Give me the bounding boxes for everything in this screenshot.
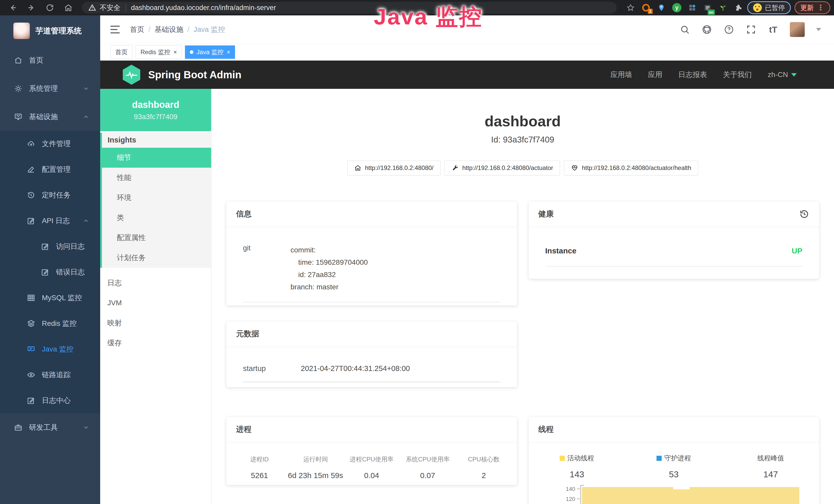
- sba-sidebar: dashboard 93a3fc7f7409 Insights 细节 性能 环境…: [100, 89, 212, 504]
- font-size-icon[interactable]: tT: [768, 24, 778, 35]
- sidebar-item-scheduled-jobs[interactable]: 定时任务: [0, 182, 100, 208]
- metadata-value: 2021-04-27T00:44:31.254+08:00: [301, 364, 410, 373]
- sba-main-content: dashboard Id: 93a3fc7f7409 http://192.16…: [212, 89, 834, 504]
- actuator-url-button[interactable]: http://192.168.0.2:48080/actuator: [445, 160, 560, 175]
- user-avatar[interactable]: [790, 22, 805, 37]
- health-url-button[interactable]: http://192.168.0.2:48080/actuator/health: [564, 160, 698, 175]
- cpu-cores: CPU核心数 2: [456, 455, 512, 480]
- fullscreen-icon[interactable]: [746, 24, 756, 35]
- edit-square-icon: [41, 268, 49, 276]
- sba-navbar: Spring Boot Admin 应用墙 应用 日志报表 关于我们 zh-CN: [100, 61, 834, 89]
- process-uptime: 运行时间 6d 23h 15m 59s: [287, 455, 344, 480]
- sba-instance-header[interactable]: dashboard 93a3fc7f7409: [100, 89, 211, 131]
- sba-item-config-props[interactable]: 配置属性: [102, 228, 211, 248]
- tags-view-bar: 首页 Redis 监控 × Java 监控 ×: [100, 44, 834, 61]
- sba-item-classes[interactable]: 类: [102, 208, 211, 228]
- forward-icon[interactable]: [26, 2, 37, 13]
- puzzle-extensions-icon[interactable]: [734, 3, 743, 12]
- app-title: 芋道管理系统: [36, 26, 82, 36]
- process-card-title: 进程: [226, 417, 517, 442]
- avatar-caret-icon[interactable]: [816, 28, 821, 31]
- sba-logo-icon[interactable]: [122, 65, 141, 85]
- sidebar-item-access-logs[interactable]: 访问日志: [0, 234, 100, 259]
- breadcrumb-home[interactable]: 首页: [130, 25, 144, 35]
- sba-item-scheduled-tasks[interactable]: 计划任务: [102, 248, 211, 268]
- health-instance-label: Instance: [545, 247, 577, 255]
- sba-nav-journal[interactable]: 日志报表: [678, 70, 707, 79]
- search-icon[interactable]: [679, 24, 690, 35]
- sidebar-item-infrastructure[interactable]: 基础设施: [0, 103, 100, 131]
- sidebar-item-config-management[interactable]: 配置管理: [0, 157, 100, 182]
- back-icon[interactable]: [7, 2, 19, 13]
- sidebar-item-api-logs[interactable]: API 日志: [0, 208, 100, 234]
- list-extension-icon[interactable]: on: [703, 3, 712, 12]
- sba-instance-id: 93a3fc7f7409: [134, 113, 177, 121]
- github-icon[interactable]: [701, 24, 712, 35]
- health-card: 健康 Instance UP: [529, 202, 819, 279]
- sba-root-items: 日志 JVM 映射 缓存: [100, 273, 211, 353]
- chrome-update-button[interactable]: 更新 ⋮: [794, 1, 830, 14]
- sba-brand-title[interactable]: Spring Boot Admin: [148, 69, 241, 81]
- address-bar[interactable]: 不安全 dashboard.yudao.iocoder.cn/infra/adm…: [82, 2, 617, 14]
- sba-locale-select[interactable]: zh-CN: [768, 71, 797, 79]
- sba-item-environment[interactable]: 环境: [102, 188, 211, 208]
- hamburger-icon[interactable]: [110, 26, 120, 33]
- sba-nav-about[interactable]: 关于我们: [723, 70, 752, 79]
- sba-item-details[interactable]: 细节: [100, 147, 211, 168]
- edit-icon: [27, 165, 35, 174]
- chevron-down-icon: [83, 424, 89, 431]
- service-url-button[interactable]: http://192.168.0.2:48080/: [347, 160, 440, 175]
- live-threads-value: 143: [529, 469, 626, 479]
- sba-nav-wallboard[interactable]: 应用墙: [611, 70, 632, 79]
- sidebar-item-home[interactable]: 首页: [0, 46, 100, 74]
- sba-item-metrics[interactable]: 性能: [102, 168, 211, 188]
- security-label[interactable]: 不安全: [100, 3, 120, 12]
- history-icon: [27, 191, 35, 199]
- sidebar-item-log-center[interactable]: 日志中心: [0, 388, 100, 413]
- sba-section-insights: Insights: [102, 133, 211, 147]
- breadcrumb-infrastructure[interactable]: 基础设施: [155, 25, 183, 35]
- pin-extension-icon[interactable]: [657, 3, 666, 12]
- sidebar-item-java-monitor[interactable]: Java 监控: [0, 336, 100, 362]
- sidebar-item-dev-tools[interactable]: 研发工具: [0, 413, 100, 442]
- tab-home[interactable]: 首页: [110, 45, 133, 59]
- grid-extension-icon[interactable]: [687, 3, 697, 12]
- tab-java-monitor[interactable]: Java 监控 ×: [185, 45, 235, 59]
- sprout-extension-icon[interactable]: [719, 3, 728, 12]
- threads-card: 线程 活动线程 143 守护进程 53: [529, 417, 819, 504]
- reload-icon[interactable]: [44, 2, 56, 13]
- sba-item-caches[interactable]: 缓存: [100, 333, 211, 353]
- profile-paused-badge[interactable]: 已暂停: [747, 1, 791, 14]
- close-icon[interactable]: ×: [173, 49, 177, 55]
- ytick-120: 120: [529, 496, 575, 502]
- sidebar-item-mysql-monitor[interactable]: MySQL 监控: [0, 285, 100, 311]
- sidebar-item-redis-monitor[interactable]: Redis 监控: [0, 311, 100, 336]
- help-icon[interactable]: [724, 24, 734, 35]
- page-url[interactable]: dashboard.yudao.iocoder.cn/infra/admin-s…: [131, 4, 276, 12]
- sba-nav-applications[interactable]: 应用: [648, 70, 662, 79]
- history-icon[interactable]: [799, 209, 809, 219]
- sba-body: dashboard 93a3fc7f7409 Insights 细节 性能 环境…: [100, 89, 834, 504]
- bookmark-star-icon[interactable]: [626, 3, 635, 12]
- app-logo-row[interactable]: 芋道管理系统: [0, 16, 100, 46]
- kebab-menu-icon[interactable]: ⋮: [817, 4, 825, 12]
- sidebar-item-system[interactable]: 系统管理: [0, 74, 100, 103]
- sba-item-logs[interactable]: 日志: [100, 273, 211, 293]
- eye-icon: [27, 371, 35, 379]
- sidebar-item-error-logs[interactable]: 错误日志: [0, 259, 100, 285]
- sidebar-item-tracing[interactable]: 链路追踪: [0, 362, 100, 388]
- extension-cluster: 1 y on: [626, 3, 743, 12]
- chevron-down-icon: [791, 73, 797, 76]
- extension-orange-icon[interactable]: 1: [641, 3, 651, 12]
- daemon-threads-value: 53: [626, 469, 722, 479]
- sba-item-mappings[interactable]: 映射: [100, 313, 211, 333]
- chevron-up-icon: [83, 217, 89, 224]
- threads-card-title: 线程: [529, 417, 819, 442]
- sba-item-jvm[interactable]: JVM: [100, 293, 211, 313]
- home-browser-icon[interactable]: [63, 2, 74, 13]
- close-icon[interactable]: ×: [226, 49, 230, 55]
- green-circle-extension-icon[interactable]: y: [672, 3, 681, 12]
- tab-redis-monitor[interactable]: Redis 监控 ×: [136, 45, 182, 59]
- sidebar-item-file-management[interactable]: 文件管理: [0, 131, 100, 157]
- legend-live-threads: 活动线程 143: [529, 454, 626, 479]
